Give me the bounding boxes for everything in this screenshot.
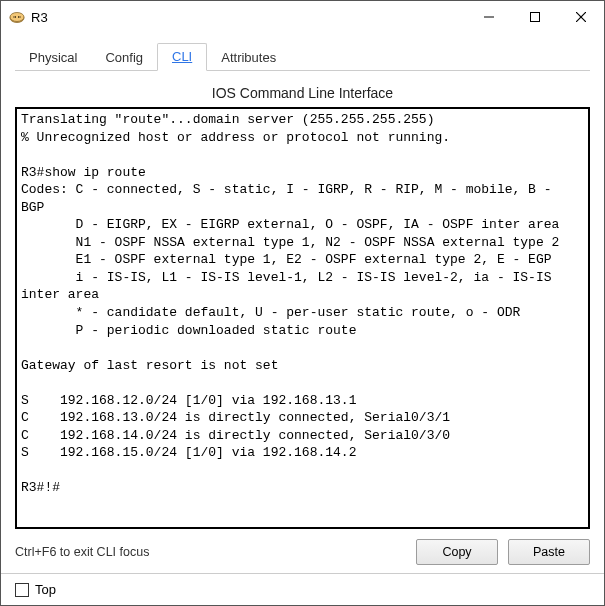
close-button[interactable] [558, 1, 604, 33]
title-bar: R3 [1, 1, 604, 33]
tab-attributes[interactable]: Attributes [207, 45, 290, 71]
window-title: R3 [31, 10, 48, 25]
cli-terminal[interactable]: Translating "route"...domain server (255… [17, 109, 588, 527]
tab-cli[interactable]: CLI [157, 43, 207, 71]
app-window: R3 Physical Config CLI Attributes IOS Co… [0, 0, 605, 606]
cli-heading: IOS Command Line Interface [15, 85, 590, 101]
tab-physical[interactable]: Physical [15, 45, 91, 71]
top-checkbox-label: Top [35, 582, 56, 597]
top-checkbox[interactable] [15, 583, 29, 597]
svg-rect-3 [531, 13, 540, 22]
tab-bar: Physical Config CLI Attributes [15, 43, 590, 71]
cli-button-row: Ctrl+F6 to exit CLI focus Copy Paste [15, 539, 590, 565]
focus-hint: Ctrl+F6 to exit CLI focus [15, 545, 406, 559]
terminal-frame: Translating "route"...domain server (255… [15, 107, 590, 529]
paste-button[interactable]: Paste [508, 539, 590, 565]
svg-point-1 [10, 13, 24, 22]
minimize-button[interactable] [466, 1, 512, 33]
maximize-button[interactable] [512, 1, 558, 33]
router-icon [9, 9, 25, 25]
content-area: Physical Config CLI Attributes IOS Comma… [1, 33, 604, 573]
tab-config[interactable]: Config [91, 45, 157, 71]
bottom-bar: Top [1, 573, 604, 605]
copy-button[interactable]: Copy [416, 539, 498, 565]
